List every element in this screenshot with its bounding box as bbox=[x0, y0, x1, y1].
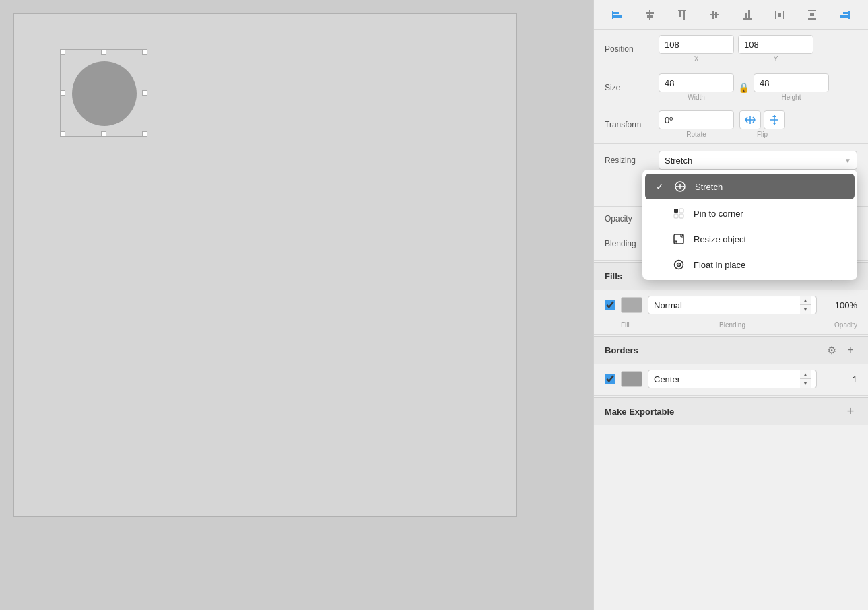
position-y-wrap: Y bbox=[738, 35, 813, 63]
resizing-label: Resizing bbox=[605, 156, 653, 165]
transform-label: Transform bbox=[605, 120, 653, 129]
distribute-v-button[interactable] bbox=[803, 6, 821, 24]
position-fields: X Y bbox=[659, 35, 857, 63]
border-position-value: Center bbox=[654, 374, 680, 384]
svg-rect-5 bbox=[647, 15, 653, 18]
fill-blending-col-label: Blending bbox=[648, 321, 817, 329]
borders-settings-button[interactable]: ⚙ bbox=[825, 343, 838, 357]
dropdown-item-resize-label: Resize object bbox=[694, 234, 746, 244]
svg-rect-7 bbox=[679, 11, 681, 17]
handle-top-right[interactable] bbox=[142, 49, 147, 55]
dropdown-item-pin-label: Pin to corner bbox=[694, 209, 743, 219]
selected-shape[interactable] bbox=[60, 49, 147, 137]
flip-horizontal-button[interactable] bbox=[739, 110, 761, 129]
position-y-input[interactable] bbox=[738, 35, 813, 54]
align-bottom-button[interactable] bbox=[739, 6, 756, 24]
align-center-h-button[interactable] bbox=[641, 6, 659, 24]
divider-4 bbox=[594, 334, 868, 335]
float-icon bbox=[672, 258, 686, 271]
divider-5 bbox=[594, 395, 868, 396]
dropdown-item-stretch[interactable]: ✓ Stretch bbox=[645, 174, 855, 199]
size-fields: Width 🔒 Height bbox=[659, 73, 857, 101]
y-label: Y bbox=[774, 55, 778, 63]
svg-rect-22 bbox=[843, 12, 848, 14]
height-wrap: Height bbox=[754, 73, 829, 101]
dropdown-item-resize[interactable]: Resize object bbox=[642, 226, 857, 252]
resizing-chevron-icon: ▼ bbox=[844, 157, 851, 164]
svg-marker-25 bbox=[772, 115, 776, 117]
border-color-swatch[interactable] bbox=[621, 371, 642, 387]
properties-panel: Position X Y Size Width 🔒 bbox=[594, 30, 868, 610]
handle-bottom-left[interactable] bbox=[60, 131, 65, 137]
handle-middle-left[interactable] bbox=[60, 90, 65, 96]
position-x-input[interactable] bbox=[659, 35, 734, 54]
fill-col-label: Fill bbox=[621, 321, 642, 329]
resizing-dropdown-menu: ✓ Stretch bbox=[642, 170, 857, 280]
position-x-wrap: X bbox=[659, 35, 734, 63]
border-position-down[interactable]: ▼ bbox=[800, 379, 811, 388]
dropdown-item-pin[interactable]: Pin to corner bbox=[642, 201, 857, 226]
border-position-up[interactable]: ▲ bbox=[800, 370, 811, 379]
dropdown-item-float-label: Float in place bbox=[694, 260, 745, 270]
flip-group: Flip bbox=[739, 110, 785, 138]
fill-blending-select[interactable]: Normal ▲ ▼ bbox=[648, 296, 817, 314]
borders-add-button[interactable]: + bbox=[844, 343, 857, 357]
svg-rect-9 bbox=[710, 14, 719, 15]
fill-opacity-value: 100% bbox=[822, 300, 857, 310]
svg-rect-18 bbox=[808, 10, 816, 11]
lock-icon[interactable]: 🔒 bbox=[738, 82, 749, 93]
border-position-select[interactable]: Center ▲ ▼ bbox=[648, 370, 817, 388]
exportable-row: Make Exportable + bbox=[594, 397, 868, 425]
resizing-value: Stretch bbox=[665, 156, 692, 166]
align-left-button[interactable] bbox=[608, 6, 626, 24]
svg-marker-26 bbox=[772, 123, 776, 125]
fill-blending-up[interactable]: ▲ bbox=[800, 296, 811, 305]
svg-rect-10 bbox=[712, 11, 714, 19]
dropdown-item-stretch-label: Stretch bbox=[695, 182, 723, 192]
border-checkbox[interactable] bbox=[605, 374, 615, 384]
svg-rect-12 bbox=[743, 18, 752, 20]
fill-row-labels: Fill Blending Opacity bbox=[594, 320, 868, 333]
fill-blending-down[interactable]: ▼ bbox=[800, 305, 811, 314]
svg-rect-4 bbox=[646, 12, 654, 14]
align-right-button[interactable] bbox=[836, 6, 854, 24]
fill-checkbox[interactable] bbox=[605, 300, 615, 310]
height-input[interactable] bbox=[754, 73, 829, 92]
align-middle-v-button[interactable] bbox=[706, 6, 723, 24]
fill-color-swatch[interactable] bbox=[621, 297, 642, 313]
width-input[interactable] bbox=[659, 73, 734, 92]
fill-item-row: Normal ▲ ▼ 100% bbox=[594, 290, 868, 320]
dropdown-item-float[interactable]: Float in place bbox=[642, 252, 857, 277]
stretch-icon bbox=[673, 180, 687, 193]
svg-rect-0 bbox=[612, 11, 613, 19]
handle-top-left[interactable] bbox=[60, 49, 65, 55]
border-width-value: 1 bbox=[822, 374, 857, 384]
svg-rect-11 bbox=[715, 12, 717, 18]
flip-vertical-button[interactable] bbox=[764, 110, 785, 129]
handle-middle-right[interactable] bbox=[142, 90, 147, 96]
rotate-label: Rotate bbox=[686, 131, 706, 138]
resize-icon bbox=[672, 232, 686, 246]
resizing-row: Resizing Stretch ▼ ✓ Str bbox=[594, 145, 868, 175]
svg-rect-23 bbox=[840, 15, 848, 18]
resizing-select[interactable]: Stretch ▼ bbox=[659, 151, 857, 170]
svg-point-35 bbox=[678, 264, 679, 265]
svg-rect-29 bbox=[679, 209, 683, 213]
canvas-area bbox=[0, 0, 593, 610]
svg-rect-15 bbox=[775, 11, 776, 19]
checkmark-icon: ✓ bbox=[656, 181, 664, 192]
exportable-add-button[interactable]: + bbox=[844, 405, 857, 418]
size-row: Size Width 🔒 Height bbox=[594, 68, 868, 106]
position-label: Position bbox=[605, 44, 653, 54]
handle-top-center[interactable] bbox=[101, 49, 106, 55]
position-row: Position X Y bbox=[594, 30, 868, 68]
svg-rect-13 bbox=[745, 13, 747, 18]
distribute-h-button[interactable] bbox=[771, 6, 789, 24]
circle-shape[interactable] bbox=[72, 61, 137, 126]
size-label: Size bbox=[605, 83, 653, 92]
rotate-input[interactable] bbox=[659, 110, 734, 129]
border-item-row: Center ▲ ▼ 1 bbox=[594, 364, 868, 394]
handle-bottom-right[interactable] bbox=[142, 131, 147, 137]
handle-bottom-center[interactable] bbox=[101, 131, 106, 137]
align-top-button[interactable] bbox=[673, 6, 691, 24]
